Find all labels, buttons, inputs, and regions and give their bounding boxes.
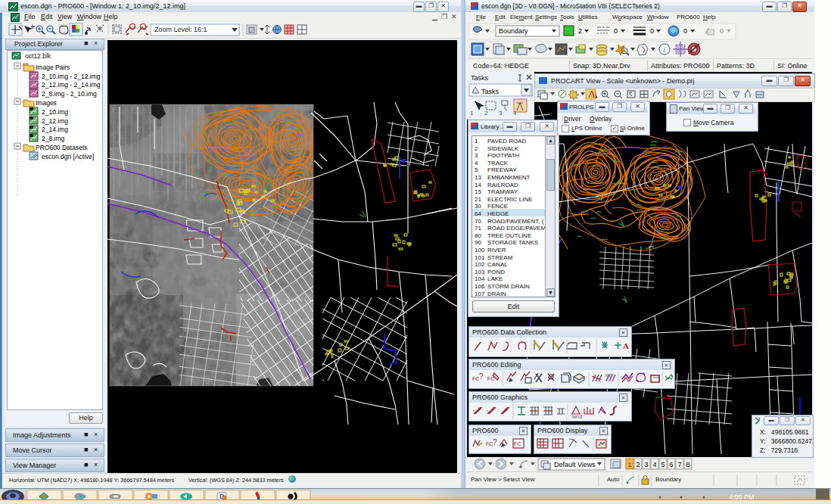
svg-text:4: 4 [475,160,478,166]
svg-text:ROAD/PAVEMENT, (: ROAD/PAVEMENT, ( [487,218,544,225]
svg-text:LAKE: LAKE [487,275,503,282]
svg-text:2_8.img: 2_8.img [42,135,65,142]
svg-text:escon.dgn [Active]: escon.dgn [Active] [42,153,94,160]
svg-text:70: 70 [475,218,481,225]
svg-text:3: 3 [475,152,478,159]
svg-text:NXYZ: NXYZ [572,415,582,419]
svg-text:1: 1 [627,461,631,468]
svg-text:Default Views: Default Views [554,461,596,468]
svg-text:TREE OUTLINE: TREE OUTLINE [487,232,531,239]
svg-text:30: 30 [475,203,481,210]
svg-text:8: 8 [686,461,689,468]
svg-text:FC: FC [486,441,493,446]
svg-text:0: 0 [720,27,724,35]
svg-text:NXT: NXT [605,373,613,378]
svg-text:4: 4 [652,461,656,468]
svg-text:Boundary: Boundary [499,27,528,35]
svg-text:64: 64 [475,210,481,217]
svg-text:DRAIN: DRAIN [487,291,506,297]
svg-text:FC: FC [487,376,494,381]
svg-text:Zoom Level: 16:1: Zoom Level: 16:1 [154,26,207,33]
svg-text:1: 1 [470,110,474,117]
svg-text:2_12.img: 2_12.img [42,117,68,125]
svg-text:90: 90 [475,239,481,246]
svg-text:80: 80 [475,232,481,239]
svg-text:2_12.img - 2_14.img: 2_12.img - 2_14.img [42,81,101,89]
svg-text:oct12.blk: oct12.blk [25,52,51,60]
svg-text:15: 15 [475,188,481,195]
svg-text:2: 2 [578,27,582,35]
svg-text:FC: FC [514,441,521,446]
svg-text:103: 103 [475,269,485,275]
svg-text:ELECTRIC LINE: ELECTRIC LINE [487,196,533,203]
svg-text:TRAMWAY: TRAMWAY [487,188,518,195]
svg-text:0: 0 [650,27,654,35]
svg-text:2_8.img - 2_10.img: 2_8.img - 2_10.img [42,90,97,98]
svg-text:5: 5 [475,166,478,173]
svg-text:71: 71 [475,225,481,232]
svg-text:HEDGE: HEDGE [487,210,509,217]
svg-text:RAILROAD: RAILROAD [487,182,518,188]
svg-text:STORM DRAIN: STORM DRAIN [487,283,530,290]
svg-text:Tasks: Tasks [481,88,500,95]
svg-text:FC: FC [472,376,479,381]
svg-text:106: 106 [475,283,485,290]
svg-text:?: ? [493,438,497,446]
svg-text:PRO600 Datasets: PRO600 Datasets [36,144,88,151]
svg-text:Images: Images [36,99,57,107]
svg-text:RIVER: RIVER [487,247,506,254]
svg-text:PAVED ROAD: PAVED ROAD [487,138,526,145]
svg-text:21: 21 [475,196,481,203]
svg-text:STORAGE TANKS: STORAGE TANKS [487,239,538,246]
svg-text:Image Pairs: Image Pairs [36,64,70,71]
svg-text:2: 2 [475,145,478,152]
svg-text:STREAM: STREAM [487,254,513,261]
svg-text:13: 13 [475,174,481,181]
svg-text:2: 2 [636,461,640,468]
svg-text:POND: POND [487,269,505,275]
svg-text:TRACK: TRACK [487,160,509,166]
svg-text:2_10.img - 2_12.img: 2_10.img - 2_12.img [42,73,101,80]
svg-text:3: 3 [644,461,648,468]
svg-text:107: 107 [475,291,485,297]
svg-text:ROAD EDGE/PAVEM: ROAD EDGE/PAVEM [487,225,546,232]
svg-text:104: 104 [475,275,485,282]
svg-text:7: 7 [677,461,681,468]
svg-text:1: 1 [475,138,478,145]
svg-text:A: A [623,341,629,350]
svg-text:CANAL: CANAL [487,261,508,268]
svg-text:FOOTPATH: FOOTPATH [487,152,520,159]
svg-text:EMBANKMENT: EMBANKMENT [487,174,531,181]
svg-text:SIDEWALK: SIDEWALK [487,145,519,152]
svg-text:2_14.img: 2_14.img [42,126,68,133]
svg-text:FENCE: FENCE [487,203,508,210]
svg-text:0: 0 [614,27,618,35]
svg-text:i: i [663,45,665,54]
svg-text:2: 2 [484,110,488,117]
svg-text:100: 100 [475,247,485,254]
svg-text:?: ? [479,372,484,381]
svg-text:FREEWAY: FREEWAY [487,166,517,173]
svg-text:5: 5 [661,461,664,468]
svg-text:0: 0 [683,27,687,35]
svg-text:2_10.img: 2_10.img [42,108,68,116]
svg-text:6: 6 [669,461,673,468]
svg-text:102: 102 [475,261,485,268]
svg-text:101: 101 [475,254,485,261]
svg-text:3: 3 [499,110,503,117]
svg-text:4: 4 [513,110,517,117]
svg-text:14: 14 [475,182,481,188]
